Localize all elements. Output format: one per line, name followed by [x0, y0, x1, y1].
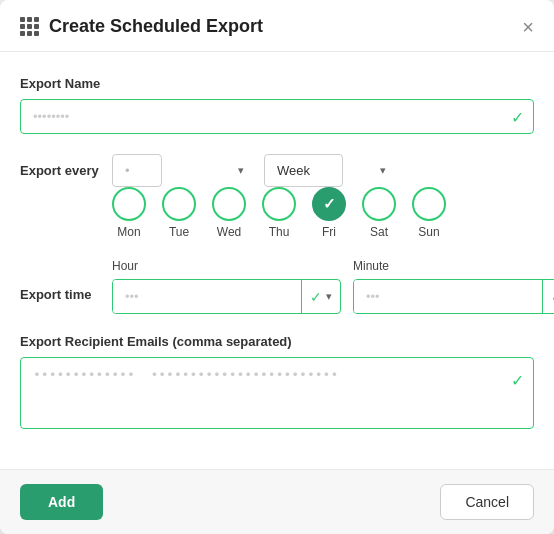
hour-sublabel: Hour [112, 259, 341, 273]
export-every-section: Export every • 12345 ▾ Week Day Month ▾ [20, 154, 534, 239]
day-thu-label: Thu [269, 225, 290, 239]
recipient-emails-input[interactable]: ••••••••••••• •••••••••••••••••••••••• [20, 357, 534, 429]
day-tue-label: Tue [169, 225, 189, 239]
day-wed[interactable]: Wed [212, 187, 246, 239]
time-inputs-row: ✓ ▾ ✓ ▾ [112, 279, 554, 314]
export-every-period-select[interactable]: Week Day Month [264, 154, 343, 187]
time-fields: Hour Minute ✓ ▾ ✓ [112, 259, 554, 314]
export-every-period-arrow-icon: ▾ [380, 164, 386, 177]
modal-header: Create Scheduled Export × [0, 0, 554, 52]
day-fri-label: Fri [322, 225, 336, 239]
add-button[interactable]: Add [20, 484, 103, 520]
time-sublabels: Hour Minute [112, 259, 554, 273]
export-name-input-wrapper: ✓ [20, 99, 534, 134]
recipient-emails-check-icon: ✓ [511, 371, 524, 390]
export-name-field: Export Name ✓ [20, 76, 534, 134]
export-every-period-wrapper: Week Day Month ▾ [264, 154, 394, 187]
recipient-emails-label: Export Recipient Emails (comma separated… [20, 334, 534, 349]
day-sat-label: Sat [370, 225, 388, 239]
day-wed-label: Wed [217, 225, 241, 239]
day-sat[interactable]: Sat [362, 187, 396, 239]
minute-input[interactable] [354, 280, 542, 313]
day-mon-circle [112, 187, 146, 221]
day-thu-circle [262, 187, 296, 221]
day-sun-circle [412, 187, 446, 221]
export-every-num-select[interactable]: • 12345 [112, 154, 162, 187]
export-name-label: Export Name [20, 76, 534, 91]
minute-input-wrapper: ✓ ▾ [353, 279, 554, 314]
hour-check-drop: ✓ ▾ [301, 280, 340, 313]
modal-body: Export Name ✓ Export every • 12345 ▾ [0, 52, 554, 469]
export-name-check-icon: ✓ [511, 107, 524, 126]
hour-input-wrapper: ✓ ▾ [112, 279, 341, 314]
day-tue[interactable]: Tue [162, 187, 196, 239]
modal-title: Create Scheduled Export [49, 16, 263, 37]
recipient-emails-input-wrapper: ••••••••••••• •••••••••••••••••••••••• ✓ [20, 357, 534, 433]
day-thu[interactable]: Thu [262, 187, 296, 239]
create-scheduled-export-modal: Create Scheduled Export × Export Name ✓ … [0, 0, 554, 534]
recipient-emails-field: Export Recipient Emails (comma separated… [20, 334, 534, 433]
hour-input[interactable] [113, 280, 301, 313]
day-sat-circle [362, 187, 396, 221]
day-mon[interactable]: Mon [112, 187, 146, 239]
export-every-row: Export every • 12345 ▾ Week Day Month ▾ [20, 154, 534, 187]
day-wed-circle [212, 187, 246, 221]
day-mon-label: Mon [117, 225, 140, 239]
hour-drop-arrow-icon: ▾ [326, 290, 332, 303]
grid-icon [20, 17, 39, 36]
days-row: Mon Tue Wed Thu Fri [20, 187, 534, 239]
export-time-section: Export time Hour Minute ✓ ▾ [20, 259, 534, 314]
day-sun[interactable]: Sun [412, 187, 446, 239]
cancel-button[interactable]: Cancel [440, 484, 534, 520]
day-fri[interactable]: Fri [312, 187, 346, 239]
day-tue-circle [162, 187, 196, 221]
day-fri-circle [312, 187, 346, 221]
close-button[interactable]: × [522, 17, 534, 37]
export-time-label: Export time [20, 259, 100, 302]
export-every-num-wrapper: • 12345 ▾ [112, 154, 252, 187]
hour-check-icon: ✓ [310, 289, 322, 305]
export-name-input[interactable] [20, 99, 534, 134]
modal-title-area: Create Scheduled Export [20, 16, 263, 37]
export-every-num-arrow-icon: ▾ [238, 164, 244, 177]
export-every-label: Export every [20, 163, 100, 178]
minute-sublabel: Minute [353, 259, 554, 273]
modal-footer: Add Cancel [0, 469, 554, 534]
minute-check-drop: ✓ ▾ [542, 280, 554, 313]
day-sun-label: Sun [418, 225, 439, 239]
